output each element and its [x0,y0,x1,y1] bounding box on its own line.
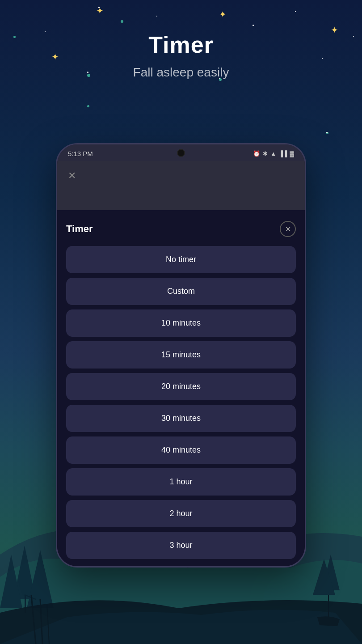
app-top-area: ✕ [57,161,305,210]
timer-panel-title: Timer [66,223,93,235]
timer-option-40-minutes[interactable]: 40 minutes [66,436,296,464]
svg-marker-3 [13,546,36,599]
white-star [253,25,254,26]
svg-line-7 [25,595,36,599]
white-star [98,7,100,8]
timer-option-30-minutes[interactable]: 30 minutes [66,405,296,432]
white-star [326,132,328,133]
svg-line-11 [40,599,42,644]
status-bar: 5:13 PM ⏰ ✱ ▲ ▐▐ ▓ [57,144,305,161]
svg-point-0 [223,590,362,644]
app-title: Timer [0,31,362,58]
status-time: 5:13 PM [68,150,93,157]
timer-option-custom[interactable]: Custom [66,278,296,305]
timer-close-button[interactable]: ✕ [280,221,296,237]
teal-dot [326,132,328,134]
signal-icon: ▐▐ [279,150,287,157]
svg-marker-9 [313,559,335,595]
teal-dot [87,105,89,107]
white-star [295,11,296,12]
timer-option-20-minutes[interactable]: 20 minutes [66,373,296,400]
svg-point-1 [250,559,331,640]
alarm-icon: ⏰ [253,150,260,157]
timer-option-no-timer[interactable]: No timer [66,246,296,273]
timer-options-list: No timerCustom10 minutes15 minutes20 min… [66,246,296,559]
close-circle-icon: ✕ [285,225,291,233]
svg-rect-6 [25,595,26,613]
camera-notch [177,149,185,157]
phone-mockup: 5:13 PM ⏰ ✱ ▲ ▐▐ ▓ ✕ Timer ✕ [56,143,306,568]
timer-panel: Timer ✕ No timerCustom10 minutes15 minut… [57,210,305,566]
gold-star: ✦ [219,9,227,20]
svg-marker-8 [322,555,340,590]
timer-option-3-hour[interactable]: 3 hour [66,532,296,559]
timer-option-10-minutes[interactable]: 10 minutes [66,309,296,337]
svg-line-12 [47,604,49,644]
white-star [156,16,157,17]
timer-option-15-minutes[interactable]: 15 minutes [66,341,296,369]
wifi-icon: ▲ [270,150,276,157]
timer-option-1-hour[interactable]: 1 hour [66,468,296,496]
battery-icon: ▓ [290,150,294,157]
status-icons: ⏰ ✱ ▲ ▐▐ ▓ [253,150,294,157]
top-close-button[interactable]: ✕ [68,170,76,182]
bluetooth-icon: ✱ [263,150,268,157]
timer-header: Timer ✕ [66,221,296,237]
title-area: Timer Fall asleep easily [0,31,362,80]
timer-option-2-hour[interactable]: 2 hour [66,500,296,527]
svg-point-2 [264,572,317,626]
svg-marker-5 [0,555,22,608]
app-subtitle: Fall asleep easily [0,65,362,80]
svg-line-10 [31,595,36,644]
gold-star: ✦ [96,5,104,16]
teal-dot [121,20,123,23]
phone-body: 5:13 PM ⏰ ✱ ▲ ▐▐ ▓ ✕ Timer ✕ [56,143,306,568]
svg-marker-4 [27,550,54,608]
